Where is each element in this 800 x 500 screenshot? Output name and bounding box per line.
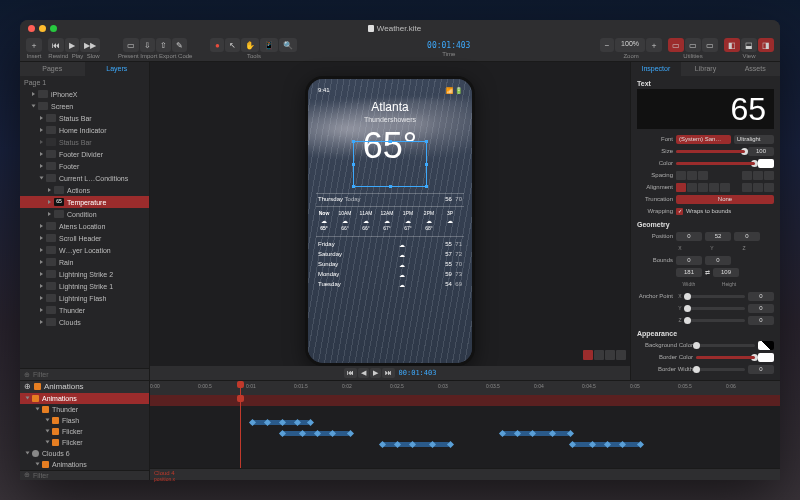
layer-row[interactable]: Clouds	[20, 316, 149, 328]
layer-row[interactable]: Scroll Header	[20, 232, 149, 244]
layer-row[interactable]: Thunder	[20, 304, 149, 316]
disclosure-triangle-icon[interactable]	[40, 284, 43, 288]
layer-row[interactable]: 65Temperature	[20, 196, 149, 208]
timeline-opt-3[interactable]	[605, 350, 615, 360]
layer-row[interactable]: Lightning Flash	[20, 292, 149, 304]
insert-button[interactable]: ＋Insert	[26, 38, 42, 59]
disclosure-triangle-icon[interactable]	[40, 152, 43, 156]
timeline-track-row[interactable]: Animations	[20, 393, 149, 404]
disclosure-triangle-icon[interactable]	[40, 248, 43, 252]
disclosure-triangle-icon[interactable]	[40, 308, 43, 312]
layer-row[interactable]: Atens Location	[20, 220, 149, 232]
filter-bar[interactable]: ⊕Filter	[20, 368, 149, 380]
size-slider[interactable]	[676, 150, 745, 153]
disclosure-triangle-icon[interactable]	[40, 164, 43, 168]
timeline-track-row[interactable]: Animations	[20, 459, 149, 470]
wrapping-checkbox[interactable]: ✓	[676, 208, 683, 215]
import-button[interactable]: ⇩	[140, 38, 155, 52]
zoom-value[interactable]: 100%	[615, 38, 645, 52]
step-back-button[interactable]: ◀	[358, 368, 369, 378]
utility-toggle-2[interactable]: ▭	[685, 38, 701, 52]
pos-z-field[interactable]: 0	[734, 232, 760, 241]
bg-color-slider[interactable]	[696, 344, 755, 347]
page-label[interactable]: Page 1	[20, 76, 149, 88]
zoom-tool[interactable]: 🔍	[279, 38, 297, 52]
prev-frame-button[interactable]: ⏮	[344, 368, 357, 378]
layer-row[interactable]: Footer Divider	[20, 148, 149, 160]
bounds-x-field[interactable]: 0	[676, 256, 702, 265]
height-field[interactable]: 109	[713, 268, 739, 277]
play-button[interactable]: ▶	[65, 38, 79, 52]
spacing-buttons[interactable]	[676, 171, 708, 180]
disclosure-triangle-icon[interactable]	[40, 320, 43, 324]
zoom-in-button[interactable]: ＋	[646, 38, 662, 52]
disclosure-triangle-icon[interactable]	[48, 188, 51, 192]
timeline-tracks[interactable]	[150, 395, 780, 468]
disclosure-triangle-icon[interactable]	[40, 260, 43, 264]
disclosure-triangle-icon[interactable]	[40, 224, 43, 228]
export-button[interactable]: ⇧	[156, 38, 171, 52]
inspector-tab[interactable]: Inspector	[631, 62, 681, 76]
layers-tab[interactable]: Layers	[85, 62, 150, 76]
pages-tab[interactable]: Pages	[20, 62, 85, 76]
border-color-swatch[interactable]	[758, 353, 774, 362]
color-slider[interactable]	[676, 162, 755, 165]
disclosure-triangle-icon[interactable]	[40, 116, 43, 120]
bg-color-swatch[interactable]	[758, 341, 774, 350]
pos-x-field[interactable]: 0	[676, 232, 702, 241]
library-tab[interactable]: Library	[681, 62, 731, 76]
assets-tab[interactable]: Assets	[730, 62, 780, 76]
device-tool[interactable]: 📱	[260, 38, 278, 52]
disclosure-triangle-icon[interactable]	[40, 272, 43, 276]
timeline-filter[interactable]: ⊕Filter	[20, 470, 149, 480]
timeline-ruler[interactable]: 0:000:00.50:010:01.50:020:02.50:030:03.5…	[150, 381, 780, 395]
disclosure-triangle-icon[interactable]	[48, 212, 51, 216]
view-toggle-right[interactable]: ◨	[758, 38, 774, 52]
disclosure-triangle-icon[interactable]	[40, 128, 43, 132]
pointer-tool[interactable]: ↖	[225, 38, 240, 52]
next-frame-button[interactable]: ⏭	[382, 368, 395, 378]
layer-row[interactable]: Lightning Strike 1	[20, 280, 149, 292]
alignment-buttons[interactable]	[676, 183, 730, 192]
layer-row[interactable]: Lightning Strike 2	[20, 268, 149, 280]
view-toggle-bottom[interactable]: ⬓	[741, 38, 757, 52]
timeline-track-row[interactable]: Flash	[20, 415, 149, 426]
disclosure-triangle-icon[interactable]	[32, 105, 36, 108]
timeline-track-row[interactable]: Thunder	[20, 404, 149, 415]
truncation-select[interactable]: None	[676, 195, 774, 204]
anchor-x-slider[interactable]	[687, 295, 745, 298]
record-tool[interactable]: ●	[210, 38, 224, 52]
minimize-button[interactable]	[39, 25, 46, 32]
border-width-slider[interactable]	[696, 368, 745, 371]
slow-button[interactable]: ▶▶	[80, 38, 100, 52]
fullscreen-button[interactable]	[50, 25, 57, 32]
layer-row[interactable]: Screen	[20, 100, 149, 112]
color-swatch[interactable]	[758, 159, 774, 168]
zoom-out-button[interactable]: −	[600, 38, 614, 52]
close-button[interactable]	[28, 25, 35, 32]
timeline-track-row[interactable]: Flicker	[20, 426, 149, 437]
pos-y-field[interactable]: 52	[705, 232, 731, 241]
layer-row[interactable]: Footer	[20, 160, 149, 172]
selection-box[interactable]	[353, 141, 427, 187]
playhead[interactable]	[240, 381, 241, 395]
layer-row[interactable]: iPhoneX	[20, 88, 149, 100]
anchor-z-slider[interactable]	[687, 319, 745, 322]
timeline-opt-1[interactable]	[583, 350, 593, 360]
present-button[interactable]: ▭	[123, 38, 139, 52]
timeline-opt-2[interactable]	[594, 350, 604, 360]
view-toggle-left[interactable]: ◧	[724, 38, 740, 52]
rewind-button[interactable]: ⏮	[48, 38, 64, 52]
utility-toggle-3[interactable]: ▭	[702, 38, 718, 52]
code-button[interactable]: ✎	[172, 38, 187, 52]
disclosure-triangle-icon[interactable]	[40, 236, 43, 240]
font-family-select[interactable]: (System) San…	[676, 135, 731, 144]
step-fwd-button[interactable]: ▶	[370, 368, 381, 378]
timeline-track-row[interactable]: Flicker	[20, 437, 149, 448]
timeline-track-row[interactable]: Clouds 6	[20, 448, 149, 459]
layer-row[interactable]: Condition	[20, 208, 149, 220]
disclosure-triangle-icon[interactable]	[40, 296, 43, 300]
timeline-opt-4[interactable]	[616, 350, 626, 360]
layer-row[interactable]: W…yer Location	[20, 244, 149, 256]
layer-row[interactable]: Actions	[20, 184, 149, 196]
